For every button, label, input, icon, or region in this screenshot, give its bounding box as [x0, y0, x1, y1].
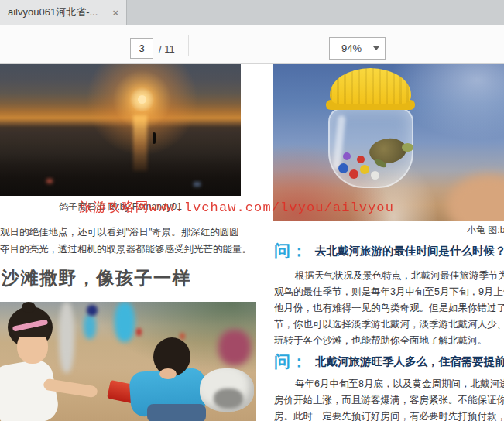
photo-caption: 小龟 图:by	[467, 224, 504, 237]
answer-paragraph-1: 根据天气状况及景色特点，北戴河最佳旅游季节为5-10 观鸟的最佳季节，则是每年3…	[274, 268, 504, 349]
section-heading: 沙滩撒野，像孩子一样	[2, 266, 191, 290]
hand	[447, 174, 504, 221]
page-total-label: / 11	[159, 43, 175, 55]
paragraph-line: 玩转于各个沙滩，也能帮助你全面地了解北戴河。	[274, 333, 504, 349]
site-watermark: 旅游攻略网www.lvchaw.com/lvyou/ailvyou	[79, 198, 394, 216]
body-text: 观日的绝佳地点，还可以看到"浴日"奇景。那深红的圆圆 夺目的亮光，透过相机的取景…	[0, 224, 259, 258]
toolbar-divider	[188, 35, 189, 56]
paragraph-line: 房价开始上涨，而且游客爆满，客房紧张。不能保证你来的	[274, 392, 504, 409]
tab-bar: ailvyou061河北省-... ×	[0, 0, 504, 25]
toolbar: / 11 94%	[0, 25, 504, 64]
document-tab[interactable]: ailvyou061河北省-... ×	[0, 0, 127, 25]
zoom-level-value: 94%	[330, 43, 373, 54]
page-number-input[interactable]	[130, 38, 153, 59]
body-line: 观日的绝佳地点，还可以看到"浴日"奇景。那深红的圆圆	[0, 224, 259, 241]
question-label: 问：	[274, 240, 308, 262]
question-label: 问：	[274, 351, 308, 372]
document-area: 鸽子窝日出 图:by Fernandy01 观日的绝佳地点，还可以看到"浴日"奇…	[0, 64, 504, 421]
paragraph-line: 观鸟的最佳季节，则是每年3月中旬至5月下旬，9月上旬-1	[274, 284, 504, 300]
sun-reflection	[133, 115, 147, 171]
paragraph-line: 每年6月中旬至8月底，以及黄金周期间，北戴河进入旅	[274, 376, 504, 392]
paragraph-line: 房。此时一定要先预订好房间，有必要时先打预付款，才能	[274, 409, 504, 421]
sun	[138, 95, 146, 104]
question-block-1: 问： 去北戴河旅游的最佳时间是什么时候？	[274, 240, 504, 262]
yellow-jar-cap	[330, 68, 411, 104]
turtle-jar-photo	[273, 64, 504, 221]
pdf-viewer-window: ailvyou061河北省-... × / 11	[0, 0, 504, 421]
kids-on-beach-photo	[0, 302, 256, 421]
paragraph-line: 他月份，也有难得一见的鸟类奇观。但是如果你错过了北戴	[274, 300, 504, 317]
question-text: 去北戴河旅游的最佳时间是什么时候？	[315, 244, 504, 258]
zoom-level-dropdown[interactable]: 94%	[329, 37, 386, 60]
question-block-2: 问： 北戴河旅游旺季人多么，住宿需要提前预订	[274, 351, 504, 372]
pdf-page-right: 小龟 图:by 问： 去北戴河旅游的最佳时间是什么时候？ 根据天气状况及景色特点…	[273, 64, 504, 421]
body-line: 夺目的亮光，透过相机的取景器都能够感受到光芒的能量。	[0, 241, 259, 258]
person-silhouette	[153, 132, 156, 144]
chevron-down-icon	[373, 46, 379, 50]
toolbar-divider	[60, 35, 60, 56]
tab-title: ailvyou061河北省-...	[8, 5, 108, 19]
answer-paragraph-2: 每年6月中旬至8月底，以及黄金周期间，北戴河进入旅 房价开始上涨，而且游客爆满，…	[274, 376, 504, 421]
sunrise-sea-photo	[0, 64, 241, 196]
tab-close-icon[interactable]: ×	[112, 7, 118, 19]
paragraph-line: 节，你也可以选择淡季游北戴河，淡季游北戴河人少、消费	[274, 317, 504, 333]
question-text: 北戴河旅游旺季人多么，住宿需要提前预订	[315, 354, 504, 369]
paragraph-line: 根据天气状况及景色特点，北戴河最佳旅游季节为5-10	[274, 268, 504, 284]
pdf-page-left: 鸽子窝日出 图:by Fernandy01 观日的绝佳地点，还可以看到"浴日"奇…	[0, 64, 259, 421]
